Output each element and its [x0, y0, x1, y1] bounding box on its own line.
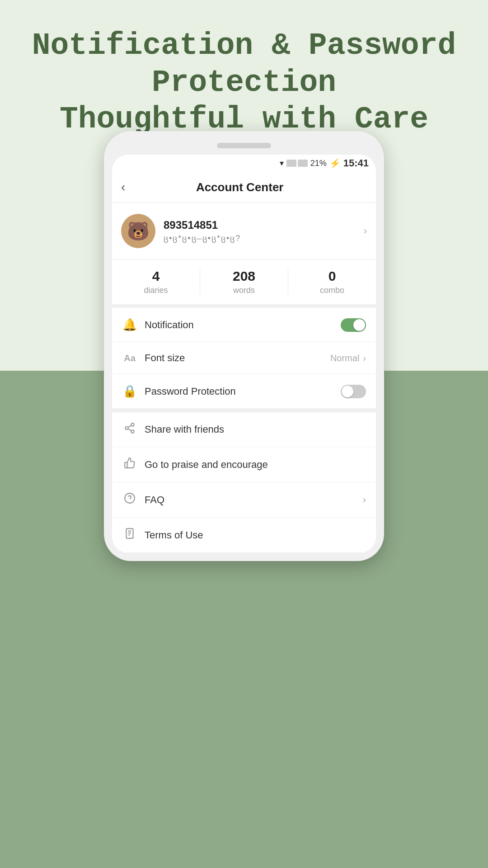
stat-combo: 0 combo — [288, 269, 376, 295]
header-title: Notification & Password Protection Thoug… — [0, 27, 488, 138]
faq-label: FAQ — [145, 494, 356, 506]
document-icon — [122, 528, 137, 542]
phone-screen: ▾ 21% ⚡ 15:41 ‹ Account Center 🐻 893514 — [112, 155, 376, 553]
font-size-chevron-icon: › — [363, 353, 366, 363]
menu-section: Share with friends Go to praise and enco… — [112, 412, 376, 553]
font-size-value-area: Normal › — [330, 353, 366, 363]
terms-label: Terms of Use — [145, 529, 366, 541]
lock-icon: 🔒 — [122, 384, 137, 398]
charging-icon: ⚡ — [329, 158, 341, 169]
terms-row[interactable]: Terms of Use — [112, 518, 376, 553]
password-protection-label: Password Protection — [145, 386, 333, 397]
section-divider — [112, 409, 376, 412]
status-bar: ▾ 21% ⚡ 15:41 — [112, 155, 376, 172]
praise-row[interactable]: Go to praise and encourage — [112, 447, 376, 482]
wifi-icon: ▾ — [280, 158, 284, 168]
font-size-value: Normal — [330, 353, 359, 363]
font-size-label: Font size — [145, 352, 323, 364]
signal-icons — [286, 160, 308, 167]
password-protection-toggle[interactable] — [341, 385, 366, 398]
diaries-label: diaries — [112, 286, 200, 295]
battery-percentage: 21% — [310, 159, 327, 168]
profile-section[interactable]: 🐻 893514851 ც•ც*ც•ც–ც•ც*ც•ც? › — [112, 203, 376, 259]
profile-chevron-icon: › — [364, 225, 367, 237]
notification-label: Notification — [145, 319, 333, 331]
avatar: 🐻 — [121, 214, 155, 248]
clock: 15:41 — [343, 157, 369, 169]
stats-section: 4 diaries 208 words 0 combo — [112, 259, 376, 308]
phone-speaker — [217, 143, 271, 148]
words-label: words — [200, 286, 288, 295]
user-status: ც•ც*ც•ც–ც•ც*ც•ც? — [164, 233, 356, 243]
combo-count: 0 — [288, 269, 376, 284]
svg-point-2 — [131, 430, 134, 433]
thumbs-up-icon — [122, 457, 137, 472]
share-label: Share with friends — [145, 424, 366, 435]
notification-toggle[interactable] — [341, 318, 366, 332]
back-button[interactable]: ‹ — [121, 180, 125, 194]
stat-words: 208 words — [200, 269, 288, 295]
svg-point-0 — [131, 423, 134, 426]
notification-icon: 🔔 — [122, 318, 137, 332]
font-size-row[interactable]: Aa Font size Normal › — [112, 342, 376, 374]
share-row[interactable]: Share with friends — [112, 412, 376, 447]
profile-info: 893514851 ც•ც*ც•ც–ც•ც*ც•ც? — [164, 219, 356, 243]
combo-label: combo — [288, 286, 376, 295]
notification-row[interactable]: 🔔 Notification — [112, 308, 376, 342]
share-icon — [122, 422, 137, 437]
settings-section: 🔔 Notification Aa Font size Normal › — [112, 308, 376, 409]
password-protection-row[interactable]: 🔒 Password Protection — [112, 374, 376, 409]
question-icon — [122, 492, 137, 507]
words-count: 208 — [200, 269, 288, 284]
font-size-icon: Aa — [122, 353, 137, 363]
svg-point-1 — [125, 427, 128, 430]
user-id: 893514851 — [164, 219, 356, 231]
faq-row[interactable]: FAQ › — [112, 482, 376, 518]
diaries-count: 4 — [112, 269, 200, 284]
screen-title: Account Center — [125, 180, 354, 194]
faq-chevron-icon: › — [363, 494, 366, 506]
stat-diaries: 4 diaries — [112, 269, 200, 295]
praise-label: Go to praise and encourage — [145, 459, 366, 471]
svg-line-3 — [128, 429, 131, 431]
top-navigation-bar: ‹ Account Center — [112, 172, 376, 203]
svg-line-4 — [128, 425, 131, 427]
phone-mockup: ▾ 21% ⚡ 15:41 ‹ Account Center 🐻 893514 — [104, 131, 384, 561]
